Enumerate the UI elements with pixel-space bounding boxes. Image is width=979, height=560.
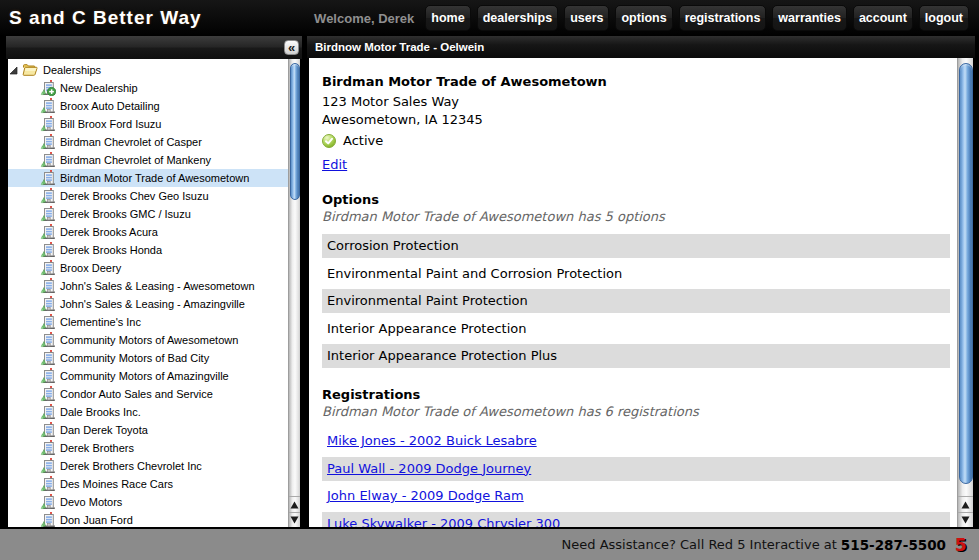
- nav-button[interactable]: registrations: [679, 5, 767, 31]
- building-icon: [40, 152, 56, 168]
- building-icon: [40, 134, 56, 150]
- building-icon: [40, 368, 56, 384]
- tree-item-dealership[interactable]: Derek Brothers: [8, 439, 288, 457]
- tree-item-dealership[interactable]: Broox Deery: [8, 259, 288, 277]
- tree-item-label: John's Sales & Leasing - Amazingville: [60, 298, 245, 310]
- edit-link[interactable]: Edit: [322, 157, 347, 172]
- tree-item-dealership[interactable]: Bill Broox Ford Isuzu: [8, 115, 288, 133]
- content-scrollbar[interactable]: [957, 58, 973, 527]
- dealer-status: Active: [322, 133, 950, 148]
- assistance-footer: Need Assistance? Call Red 5 Interactive …: [0, 529, 979, 560]
- registrations-heading: Registrations: [322, 387, 950, 402]
- scroll-down-button[interactable]: [289, 512, 300, 527]
- assistance-text: Need Assistance? Call Red 5 Interactive …: [562, 537, 837, 552]
- tree-item-dealership[interactable]: Dan Derek Toyota: [8, 421, 288, 439]
- tree-item-label: Derek Brothers: [60, 442, 134, 454]
- tree-item-label: Derek Brooks Chev Geo Isuzu: [60, 190, 209, 202]
- scroll-down-button[interactable]: [958, 512, 973, 527]
- scroll-up-button[interactable]: [958, 497, 973, 512]
- dealer-detail-panel: Birdnow Motor Trade - Oelwein Birdman Mo…: [307, 36, 975, 529]
- tree-item-dealership[interactable]: Des Moines Race Cars: [8, 475, 288, 493]
- tree-item-dealership[interactable]: Devo Motors: [8, 493, 288, 511]
- options-list: Corrosion Protection Environmental Paint…: [322, 234, 950, 368]
- building-icon: [40, 170, 56, 186]
- tree-item-dealership[interactable]: Community Motors of Bad City: [8, 349, 288, 367]
- building-icon: [40, 314, 56, 330]
- registrations-subtitle: Birdman Motor Trade of Awesometown has 6…: [322, 404, 950, 419]
- registration-row: Paul Wall - 2009 Dodge Journey: [322, 457, 950, 481]
- tree-item-dealership[interactable]: New Dealership: [8, 79, 288, 97]
- top-navigation-bar: S and C Better Way Welcome, Derek home d…: [0, 0, 979, 36]
- app-title: S and C Better Way: [0, 7, 202, 29]
- building-icon: [40, 458, 56, 474]
- tree-item-dealership[interactable]: Condor Auto Sales and Service: [8, 385, 288, 403]
- detail-panel-title: Birdnow Motor Trade - Oelwein: [307, 41, 484, 53]
- tree-item-dealership[interactable]: Don Juan Ford: [8, 511, 288, 527]
- dealer-address-line1: 123 Motor Sales Way: [322, 93, 950, 111]
- svg-text:5: 5: [955, 535, 967, 555]
- sidebar-scrollbar-thumb[interactable]: [290, 63, 300, 200]
- registrations-section: Registrations Birdman Motor Trade of Awe…: [322, 387, 950, 527]
- tree-item-dealership[interactable]: Community Motors of Awesometown: [8, 331, 288, 349]
- building-icon: [40, 80, 56, 96]
- tree-item-label: Community Motors of Awesometown: [60, 334, 238, 346]
- registration-link[interactable]: John Elway - 2009 Dodge Ram: [327, 488, 524, 503]
- registration-link[interactable]: Mike Jones - 2002 Buick Lesabre: [327, 433, 537, 448]
- main-nav: home dealerships users options registrat…: [425, 5, 979, 31]
- sidebar-scrollbar[interactable]: [288, 59, 300, 527]
- up-arrow-icon: [961, 501, 970, 509]
- tree-item-dealership[interactable]: Dale Brooks Inc.: [8, 403, 288, 421]
- down-arrow-icon: [290, 516, 299, 524]
- nav-button[interactable]: home: [425, 5, 470, 31]
- tree-item-dealership[interactable]: Derek Brooks Acura: [8, 223, 288, 241]
- tree-item-dealership[interactable]: Derek Brooks Chev Geo Isuzu: [8, 187, 288, 205]
- tree-item-label: Community Motors of Amazingville: [60, 370, 229, 382]
- registration-link[interactable]: Luke Skywalker - 2009 Chrysler 300: [327, 516, 560, 528]
- tree-item-dealership[interactable]: Birdman Motor Trade of Awesometown: [8, 169, 288, 187]
- detail-panel-header: Birdnow Motor Trade - Oelwein: [307, 36, 975, 58]
- tree-item-label: Des Moines Race Cars: [60, 478, 173, 490]
- tree-item-dealership[interactable]: John's Sales & Leasing - Awesometown: [8, 277, 288, 295]
- option-row: Interior Appearance Protection Plus: [322, 344, 950, 368]
- nav-button[interactable]: account: [853, 5, 913, 31]
- tree-expander-icon[interactable]: [9, 66, 18, 75]
- building-icon: [40, 332, 56, 348]
- tree-item-dealership[interactable]: Birdman Chevrolet of Casper: [8, 133, 288, 151]
- tree-item-label: Don Juan Ford: [60, 514, 133, 526]
- building-icon: [40, 242, 56, 258]
- tree-item-label: New Dealership: [60, 82, 138, 94]
- tree-item-dealership[interactable]: Derek Brooks Honda: [8, 241, 288, 259]
- content-scrollbar-thumb[interactable]: [959, 63, 973, 484]
- building-icon: [40, 512, 56, 527]
- tree-item-dealership[interactable]: Derek Brooks GMC / Isuzu: [8, 205, 288, 223]
- nav-button[interactable]: logout: [919, 5, 969, 31]
- building-icon: [40, 476, 56, 492]
- tree-item-dealership[interactable]: Broox Auto Detailing: [8, 97, 288, 115]
- tree-root-dealerships[interactable]: Dealerships: [8, 61, 288, 79]
- tree-item-label: Dale Brooks Inc.: [60, 406, 141, 418]
- tree-item-label: Birdman Chevrolet of Casper: [60, 136, 202, 148]
- nav-button[interactable]: warranties: [772, 5, 847, 31]
- tree-item-dealership[interactable]: Community Motors of Amazingville: [8, 367, 288, 385]
- add-badge-icon: [47, 87, 55, 95]
- nav-button[interactable]: users: [564, 5, 609, 31]
- tree-item-label: Derek Brooks Acura: [60, 226, 158, 238]
- building-icon: [40, 350, 56, 366]
- nav-button[interactable]: options: [615, 5, 672, 31]
- up-arrow-icon: [290, 501, 299, 509]
- tree-item-dealership[interactable]: John's Sales & Leasing - Amazingville: [8, 295, 288, 313]
- tree-item-dealership[interactable]: Birdman Chevrolet of Mankeny: [8, 151, 288, 169]
- tree-item-dealership[interactable]: Derek Brothers Chevrolet Inc: [8, 457, 288, 475]
- registration-link[interactable]: Paul Wall - 2009 Dodge Journey: [327, 461, 531, 476]
- building-icon: [40, 404, 56, 420]
- tree-item-label: Derek Brooks GMC / Isuzu: [60, 208, 191, 220]
- active-status-icon: [322, 134, 336, 148]
- option-row: Corrosion Protection: [322, 234, 950, 258]
- collapse-sidebar-button[interactable]: «: [284, 40, 299, 55]
- dealer-address-line2: Awesometown, IA 12345: [322, 111, 950, 129]
- nav-button[interactable]: dealerships: [477, 5, 558, 31]
- tree-item-label: Dan Derek Toyota: [60, 424, 148, 436]
- scroll-up-button[interactable]: [289, 497, 300, 512]
- tree-item-label: Birdman Motor Trade of Awesometown: [60, 172, 249, 184]
- tree-item-dealership[interactable]: Clementine's Inc: [8, 313, 288, 331]
